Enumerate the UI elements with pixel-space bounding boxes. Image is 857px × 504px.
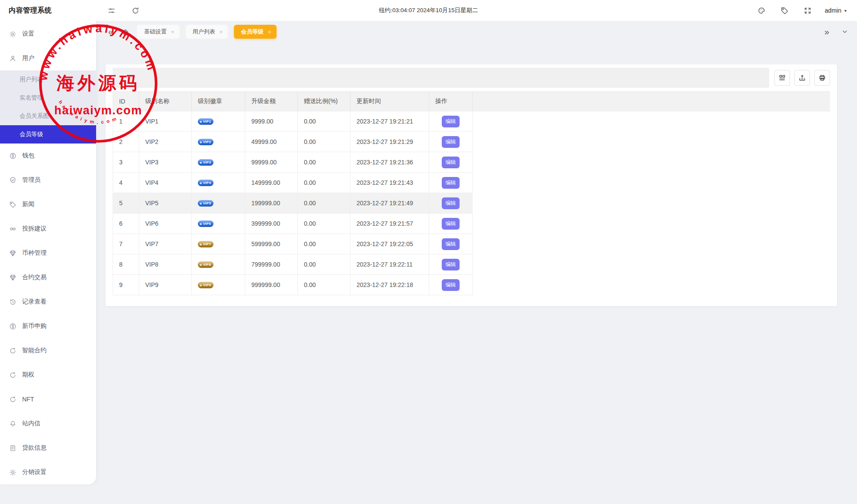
column-header: ID [113,92,139,111]
cell-updated-time: 2023-12-27 19:21:57 [350,214,429,234]
edit-button[interactable]: 编辑 [442,259,460,270]
sidebar-item-options[interactable]: 期权 [0,363,96,387]
tab-2[interactable]: 会员等级× [234,25,277,39]
level-badge-icon: ◆VIP6 [198,220,213,227]
cell-id: 4 [113,173,139,193]
sidebar-item-coin-manage[interactable]: 币种管理 [0,241,96,265]
app-title: 内容管理系统 [0,6,96,15]
cell-level-badge: ◆VIP2 [192,132,245,152]
tab-label: 基础设置 [144,28,167,36]
table-row: 4VIP4◆VIP4149999.000.002023-12-27 19:21:… [113,173,473,193]
sidebar-item-label: 管理员 [22,176,40,184]
sidebar-item-admin[interactable]: 管理员 [0,168,96,192]
gem-icon [9,274,17,281]
cell-actions: 编辑 [429,193,473,213]
edit-button[interactable]: 编辑 [442,279,460,291]
level-badge-icon: ◆VIP3 [198,159,213,166]
level-badge-icon: ◆VIP2 [198,139,213,145]
export-button[interactable] [794,70,810,86]
cell-actions: 编辑 [429,214,473,234]
cell-actions: 编辑 [429,173,473,193]
edit-button[interactable]: 编辑 [442,116,460,127]
edit-button[interactable]: 编辑 [442,136,460,148]
close-icon[interactable]: × [220,29,223,35]
tag-icon [9,201,17,208]
bell-icon [9,420,17,427]
cycle-icon [9,347,17,354]
cell-upgrade-amount: 999999.00 [245,275,298,295]
palette-icon[interactable] [757,7,766,15]
print-button[interactable] [814,70,830,86]
column-header-filler [473,92,830,111]
filter-area [113,68,769,88]
column-header: 升级金额 [245,92,298,111]
sidebar-item-settings[interactable]: 设置 [0,22,96,46]
sidebar-item-user[interactable]: 用户 [0,46,96,70]
tag-icon[interactable] [780,7,789,15]
edit-button[interactable]: 编辑 [442,197,460,209]
tab-label: 会员等级 [241,28,263,36]
table-body: 1VIP1◆VIP19999.000.002023-12-27 19:21:21… [113,111,473,295]
sidebar-item-news[interactable]: 新闻 [0,192,96,217]
cell-id: 6 [113,214,139,234]
cell-actions: 编辑 [429,152,473,172]
cell-level-badge: ◆VIP5 [192,193,245,213]
more-tabs-icon[interactable]: » [824,27,829,37]
sidebar-item-new-coin[interactable]: 新币申购 [0,314,96,338]
table-header: ID级别名称级别徽章升级金额赠送比例(%)更新时间操作 [113,91,830,111]
edit-button[interactable]: 编辑 [442,218,460,230]
sidebar-item-records[interactable]: 记录查看 [0,290,96,314]
cell-level-badge: ◆VIP3 [192,152,245,172]
tab-1[interactable]: 用户列表× [186,25,228,39]
edit-button[interactable]: 编辑 [442,238,460,250]
sidebar-subitem-member-relation[interactable]: 会员关系图 [0,107,96,125]
doc-icon [9,444,17,452]
table-row: 9VIP9◆VIP9999999.000.002023-12-27 19:22:… [113,275,473,295]
cell-upgrade-amount: 49999.00 [245,132,298,152]
edit-button[interactable]: 编辑 [442,157,460,168]
cycle-icon [9,371,17,379]
sidebar-item-contract-trade[interactable]: 合约交易 [0,265,96,290]
back-tabs-icon[interactable]: « [108,27,113,36]
sidebar-subitem-member-level[interactable]: 会员等级 [0,125,96,144]
sidebar-item-feedback[interactable]: 投拆建议 [0,217,96,241]
level-badge-icon: ◆VIP4 [198,180,213,186]
cell-bonus-ratio: 0.00 [298,254,350,274]
sidebar-item-label: 合约交易 [22,274,47,281]
sidebar-subitem-user-list[interactable]: 用户列表 [0,70,96,89]
chevron-down-icon[interactable] [841,28,848,35]
shield-icon [9,177,17,184]
cell-upgrade-amount: 799999.00 [245,254,298,274]
sidebar: 设置用户用户列表实名管理会员关系图会员等级钱包管理员新闻投拆建议币种管理合约交易… [0,21,96,484]
sidebar-item-label: 投拆建议 [22,225,47,233]
tab-0[interactable]: 基础设置× [137,25,180,39]
close-icon[interactable]: × [268,29,271,35]
sidebar-item-label: 新币申购 [22,322,47,330]
sidebar-item-smart-contract[interactable]: 智能合约 [0,338,96,363]
cell-bonus-ratio: 0.00 [298,173,350,193]
sidebar-item-label: 站内信 [22,420,40,427]
sidebar-item-distribution[interactable]: 分销设置 [0,460,96,484]
close-icon[interactable]: × [171,29,174,35]
sidebar-item-loan-info[interactable]: 贷款信息 [0,436,96,460]
cell-updated-time: 2023-12-27 19:21:43 [350,173,429,193]
user-menu[interactable]: admin ▾ [825,7,847,14]
sidebar-item-messages[interactable]: 站内信 [0,411,96,436]
columns-button[interactable] [774,70,790,86]
sidebar-item-nft[interactable]: NFT [0,387,96,411]
home-icon[interactable] [122,28,129,36]
sidebar-item-label: 新闻 [22,200,34,208]
cell-id: 5 [113,193,139,213]
cell-updated-time: 2023-12-27 19:22:11 [350,254,429,274]
refresh-icon[interactable] [131,7,140,15]
cell-actions: 编辑 [429,275,473,295]
sidebar-item-wallet[interactable]: 钱包 [0,144,96,168]
cell-updated-time: 2023-12-27 19:21:21 [350,111,429,131]
edit-button[interactable]: 编辑 [442,177,460,189]
cell-updated-time: 2023-12-27 19:22:18 [350,275,429,295]
fold-icon[interactable] [107,7,116,15]
cell-id: 7 [113,234,139,254]
sidebar-subitem-realname[interactable]: 实名管理 [0,89,96,107]
cell-upgrade-amount: 9999.00 [245,111,298,131]
fullscreen-icon[interactable] [804,7,812,15]
